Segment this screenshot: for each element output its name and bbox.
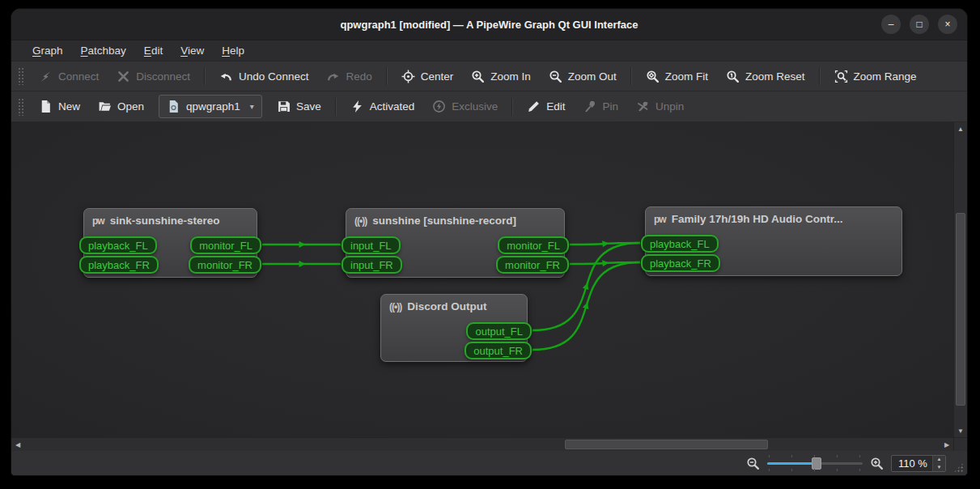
zoom-reset-button[interactable]: Zoom Reset <box>717 65 814 87</box>
zoom-spinbox[interactable]: 110 % ▲ ▼ <box>891 455 946 472</box>
zoom-value: 110 % <box>898 457 927 470</box>
redo-button: Redo <box>317 65 380 87</box>
zoom-fit-icon <box>646 70 660 83</box>
port-discord-output-output_FL[interactable]: output_FL <box>466 322 532 340</box>
toolbar-main: ConnectDisconnectUndo ConnectRedoCenterZ… <box>11 62 967 91</box>
zoom-out-button[interactable]: Zoom Out <box>540 65 626 87</box>
maximize-button[interactable]: □ <box>910 15 929 34</box>
zoom-out-icon[interactable] <box>746 457 760 470</box>
zoom-in-icon <box>471 70 485 83</box>
menu-patchbay[interactable]: Patchbay <box>73 43 134 58</box>
graph-canvas[interactable]: pwsink-sunshine-stereoplayback_FLplaybac… <box>11 122 953 437</box>
vertical-scroll-track[interactable] <box>954 135 967 424</box>
zoom-slider[interactable] <box>767 455 863 471</box>
port-discord-output-output_FR[interactable]: output_FR <box>465 342 532 359</box>
toolbar-separator <box>204 67 206 85</box>
toolbar-separator <box>386 67 388 85</box>
node-discord-output[interactable]: ((•))Discord Outputoutput_FLoutput_FR <box>380 294 528 362</box>
toolbar-label: Connect <box>58 70 99 83</box>
minimize-button[interactable]: – <box>881 15 901 34</box>
activated-icon <box>350 100 364 113</box>
new-button[interactable]: New <box>30 96 89 118</box>
connection-sunshine-monitor-fr--family-audio-playback-fr[interactable] <box>570 262 640 264</box>
undo-connect-button[interactable]: Undo Connect <box>210 65 317 87</box>
toolbar-label: Exclusive <box>452 100 498 113</box>
zoom-in-button[interactable]: Zoom In <box>462 65 540 87</box>
toolbar-drag-handle[interactable] <box>18 67 24 85</box>
toolbar-label: Zoom Reset <box>745 70 805 83</box>
port-sink-sunshine-stereo-monitor_FR[interactable]: monitor_FR <box>189 256 261 274</box>
resize-grip[interactable] <box>953 462 964 473</box>
vertical-scroll-thumb[interactable] <box>956 213 965 406</box>
close-button[interactable]: × <box>938 15 957 34</box>
patchbay-select-dropdown[interactable]: qpwgraph1▾ <box>159 95 262 118</box>
wire-arrow <box>299 241 306 248</box>
redo-icon <box>326 70 340 83</box>
menu-bar: GraphPatchbayEditViewHelp <box>11 40 967 62</box>
toolbar-label: Pin <box>603 100 619 113</box>
zoom-reset-icon <box>726 70 740 83</box>
scroll-right-button[interactable]: ▶ <box>940 438 953 451</box>
toolbar-label: Zoom Range <box>854 70 917 83</box>
port-sunshine-monitor_FL[interactable]: monitor_FL <box>498 236 569 254</box>
scroll-up-button[interactable]: ▲ <box>954 122 967 135</box>
pipewire-icon: pw <box>654 214 666 225</box>
zoom-fit-button[interactable]: Zoom Fit <box>637 65 717 87</box>
menu-graph[interactable]: Graph <box>24 43 71 58</box>
port-sunshine-input_FL[interactable]: input_FL <box>342 236 401 254</box>
exclusive-button: Exclusive <box>423 96 507 118</box>
connection-sunshine-monitor-fl--family-audio-playback-fl[interactable] <box>570 243 640 244</box>
chevron-down-icon: ▾ <box>250 102 254 111</box>
scrollbar-corner <box>953 438 967 451</box>
undo-icon <box>219 70 233 83</box>
scroll-left-button[interactable]: ◀ <box>11 438 24 451</box>
horizontal-scroll-track[interactable] <box>24 438 940 451</box>
scroll-down-button[interactable]: ▼ <box>954 424 967 437</box>
menu-edit[interactable]: Edit <box>136 43 171 58</box>
toolbar-label: Edit <box>546 100 565 113</box>
spin-up-button[interactable]: ▲ <box>933 456 945 464</box>
horizontal-scrollbar[interactable]: ◀ ▶ <box>11 437 967 451</box>
edit-button[interactable]: Edit <box>518 96 574 118</box>
zoom-in-icon[interactable] <box>870 457 884 470</box>
zoom-range-button[interactable]: Zoom Range <box>825 65 926 87</box>
spin-down-button[interactable]: ▼ <box>933 463 945 471</box>
node-sink-sunshine-stereo[interactable]: pwsink-sunshine-stereoplayback_FLplaybac… <box>83 208 257 278</box>
node-sunshine[interactable]: ((•))sunshine [sunshine-record]input_FLi… <box>346 208 565 278</box>
slider-handle[interactable] <box>812 457 821 470</box>
toolbar-patchbay: NewOpenqpwgraph1▾SaveActivatedExclusiveE… <box>11 91 967 122</box>
port-sink-sunshine-stereo-playback_FL[interactable]: playback_FL <box>79 236 157 254</box>
horizontal-scroll-thumb[interactable] <box>565 440 768 449</box>
port-family-audio-playback_FL[interactable]: playback_FL <box>641 235 719 253</box>
vertical-scrollbar[interactable]: ▲ ▼ <box>953 122 967 437</box>
title-bar[interactable]: qpwgraph1 [modified] — A PipeWire Graph … <box>11 9 967 40</box>
window-controls: – □ × <box>881 15 957 34</box>
menu-help[interactable]: Help <box>214 43 252 58</box>
toolbar-label: Save <box>296 100 321 113</box>
port-family-audio-playback_FR[interactable]: playback_FR <box>641 254 720 272</box>
open-button[interactable]: Open <box>89 96 153 118</box>
node-family-audio[interactable]: pwFamily 17h/19h HD Audio Contr...playba… <box>645 206 902 276</box>
node-header: ((•))Discord Output <box>381 295 527 313</box>
node-title: sunshine [sunshine-record] <box>372 215 516 227</box>
connect-button: Connect <box>30 65 108 87</box>
edit-icon <box>527 100 541 113</box>
port-sink-sunshine-stereo-monitor_FL[interactable]: monitor_FL <box>190 236 261 254</box>
toolbar-label: Undo Connect <box>239 70 308 83</box>
toolbar-label: Center <box>421 70 454 83</box>
toolbar-label: Open <box>117 100 144 113</box>
port-sunshine-monitor_FR[interactable]: monitor_FR <box>496 256 569 274</box>
window-title: qpwgraph1 [modified] — A PipeWire Graph … <box>340 19 638 31</box>
activated-button[interactable]: Activated <box>342 96 424 118</box>
toolbar-drag-handle[interactable] <box>18 98 24 116</box>
menu-view[interactable]: View <box>172 43 212 58</box>
port-sunshine-input_FR[interactable]: input_FR <box>342 256 402 274</box>
unpin-button: Unpin <box>627 96 693 118</box>
node-header: ((•))sunshine [sunshine-record] <box>346 209 564 227</box>
wire-arrow <box>583 301 591 309</box>
save-button[interactable]: Save <box>268 96 330 118</box>
port-sink-sunshine-stereo-playback_FR[interactable]: playback_FR <box>79 256 159 274</box>
center-button[interactable]: Center <box>392 65 463 87</box>
media-node-icon: ((•)) <box>389 301 401 313</box>
toolbar-label: Zoom Fit <box>665 70 708 83</box>
